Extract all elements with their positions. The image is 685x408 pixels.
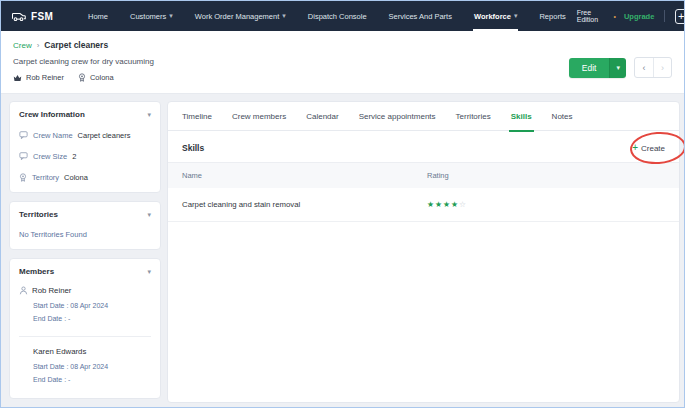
territories-card: Territories ▾ No Territories Found — [9, 201, 161, 250]
tab-label: Territories — [456, 112, 491, 121]
crew-information-card: Crew Information ▾ Crew Name — [9, 101, 161, 193]
navbar-right: Free Edition • Upgrade + — [577, 8, 685, 25]
info-field-row: Territory Colona — [19, 173, 151, 182]
nav-item[interactable]: Work Order Management ▾ — [184, 1, 297, 31]
skills-table-body: Carpet cleaning and stain removal ★★★★☆ — [168, 188, 679, 222]
tab-label: Notes — [552, 112, 573, 121]
member-name: Karen Edwards — [33, 347, 86, 356]
member-name-row: Rob Reiner — [19, 286, 151, 295]
chevron-down-icon: ▾ — [282, 12, 286, 19]
members-card: Members ▾ Rob Reiner — [9, 258, 161, 399]
territory-meta: Colona — [78, 73, 114, 82]
skills-table: Name Rating Carpet cleaning and stain re… — [168, 163, 679, 222]
tab-label: Calendar — [306, 112, 338, 121]
record-pager: ‹ › — [634, 57, 672, 78]
star-filled-icon: ★ — [451, 201, 458, 209]
field-label: Territory — [32, 173, 59, 182]
breadcrumb-crew-link[interactable]: Crew — [13, 41, 32, 50]
person-icon — [19, 286, 28, 295]
top-navbar: FSM Home Customers ▾ Work Order Manageme… — [1, 1, 684, 31]
edit-dropdown-chevron-icon[interactable]: ▾ — [609, 58, 626, 78]
tab[interactable]: Timeline — [172, 102, 222, 131]
territories-empty-text: No Territories Found — [19, 230, 151, 239]
member-dates: Start Date : 08 Apr 2024 End Date : - — [19, 299, 151, 326]
nav-item[interactable]: Home — [77, 1, 119, 31]
column-header-name: Name — [168, 163, 413, 188]
quick-create-icon[interactable]: + — [675, 9, 685, 24]
star-empty-icon: ☆ — [459, 201, 466, 209]
nav-item-label: Workforce — [474, 12, 511, 21]
field-note-icon — [19, 131, 28, 139]
chevron-down-icon: ▾ — [169, 12, 173, 19]
member-end-date: End Date : - — [33, 373, 151, 386]
member-item: Karen Edwards Start Date : 08 Apr 2024 E… — [19, 336, 151, 389]
main-panel: Timeline Crew members Calendar Service a… — [167, 101, 680, 403]
tab-label: Service appointments — [359, 112, 436, 121]
field-pin-icon — [19, 173, 27, 182]
record-title: Carpet cleaners — [44, 40, 108, 50]
tab[interactable]: Notes — [542, 102, 583, 131]
upgrade-link[interactable]: Upgrade — [624, 12, 654, 21]
star-filled-icon: ★ — [427, 201, 434, 209]
record-actions: Edit ▾ ‹ › — [569, 57, 672, 78]
nav-items: Home Customers ▾ Work Order Management ▾… — [77, 1, 577, 31]
nav-item-label: Reports — [539, 12, 565, 21]
field-value: Carpet cleaners — [78, 131, 131, 140]
field-label: Crew Name — [33, 131, 73, 140]
collapse-caret-icon[interactable]: ▾ — [147, 268, 151, 275]
crew-information-title: Crew Information — [19, 110, 85, 119]
create-skill-button[interactable]: + Create — [632, 143, 665, 153]
edit-split-button: Edit ▾ — [569, 58, 626, 78]
skills-title: Skills — [182, 143, 204, 153]
member-name: Rob Reiner — [32, 286, 71, 295]
nav-item[interactable]: Workforce ▾ — [463, 1, 528, 31]
create-label: Create — [641, 144, 665, 153]
nav-item[interactable]: Services And Parts — [378, 1, 463, 31]
tab[interactable]: Skills — [501, 102, 542, 131]
collapse-caret-icon[interactable]: ▾ — [147, 111, 151, 118]
territory-name: Colona — [90, 73, 114, 82]
field-note-icon — [19, 152, 28, 160]
tab[interactable]: Calendar — [296, 102, 348, 131]
next-record-button[interactable]: › — [653, 58, 671, 77]
skills-table-header: Name Rating — [168, 163, 679, 188]
territory-badge-icon — [78, 73, 86, 82]
rating-stars: ★★★★☆ — [413, 189, 679, 221]
column-header-rating: Rating — [413, 163, 679, 188]
member-name-row: Karen Edwards — [19, 347, 151, 356]
tab-label: Timeline — [182, 112, 212, 121]
star-filled-icon: ★ — [435, 201, 442, 209]
previous-record-button[interactable]: ‹ — [635, 58, 653, 77]
detail-tabs: Timeline Crew members Calendar Service a… — [168, 102, 679, 131]
tab-label: Crew members — [232, 112, 286, 121]
member-start-date: Start Date : 08 Apr 2024 — [33, 299, 151, 312]
territories-header: Territories ▾ — [19, 210, 151, 219]
breadcrumb-separator: › — [37, 41, 40, 50]
skills-section-header: Skills + Create — [168, 131, 679, 163]
field-value: Colona — [64, 173, 88, 182]
nav-item[interactable]: Customers ▾ — [119, 1, 184, 31]
member-start-date: Start Date : 08 Apr 2024 — [33, 360, 151, 373]
tab[interactable]: Territories — [446, 102, 501, 131]
tab[interactable]: Service appointments — [349, 102, 446, 131]
breadcrumb: Crew › Carpet cleaners — [13, 40, 672, 50]
edit-button[interactable]: Edit — [569, 58, 610, 78]
skill-row[interactable]: Carpet cleaning and stain removal ★★★★☆ — [168, 188, 679, 222]
crew-information-header: Crew Information ▾ — [19, 110, 151, 119]
crown-icon — [13, 74, 22, 82]
nav-item-label: Home — [88, 12, 108, 21]
member-end-date: End Date : - — [33, 312, 151, 325]
tab[interactable]: Crew members — [222, 102, 296, 131]
left-sidebar: Crew Information ▾ Crew Name — [9, 101, 161, 407]
collapse-caret-icon[interactable]: ▾ — [147, 211, 151, 218]
record-header: Crew › Carpet cleaners Carpet cleaning c… — [1, 31, 684, 94]
members-title: Members — [19, 267, 54, 276]
nav-item[interactable]: Dispatch Console — [297, 1, 378, 31]
nav-item-label: Services And Parts — [389, 12, 452, 21]
chevron-down-icon: ▾ — [514, 12, 518, 19]
territories-title: Territories — [19, 210, 58, 219]
field-value: 2 — [72, 152, 76, 161]
fsm-logo[interactable]: FSM — [11, 11, 53, 22]
nav-item[interactable]: Reports — [528, 1, 576, 31]
star-filled-icon: ★ — [443, 201, 450, 209]
